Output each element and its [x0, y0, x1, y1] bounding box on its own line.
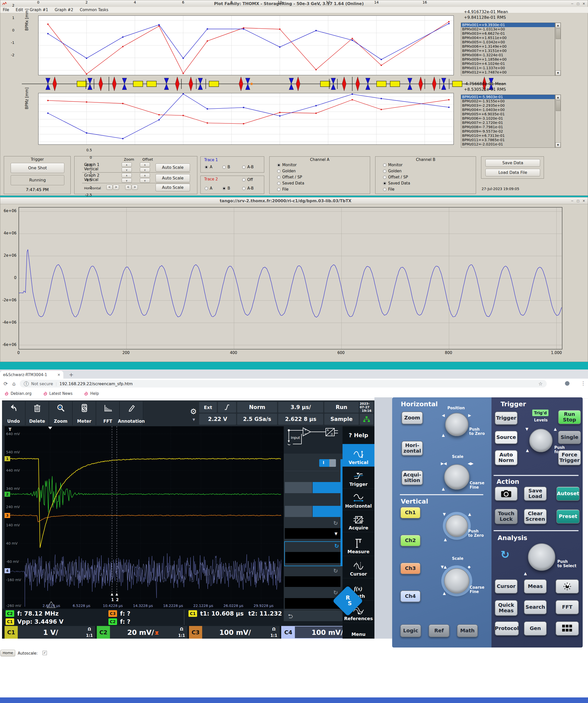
- load-data-file-button[interactable]: Load Data File: [485, 169, 540, 176]
- bpm-list-item[interactable]: BPMx012=+1.7487e+00: [461, 70, 555, 75]
- trace1-option[interactable]: A: [205, 165, 212, 169]
- toolbar-fft-button[interactable]: FFT: [96, 401, 119, 425]
- auto-norm-button[interactable]: AutoNorm: [495, 450, 518, 465]
- force-trigger-button[interactable]: ForceTrigger: [558, 450, 581, 465]
- menu-item-edit[interactable]: Edit: [16, 8, 23, 12]
- bookmark-latest-news[interactable]: Latest News: [43, 391, 73, 396]
- channel-b-radio-golden[interactable]: [383, 169, 386, 173]
- pan-right-button[interactable]: >: [113, 185, 119, 190]
- math-button[interactable]: Math: [457, 624, 478, 637]
- trigger-level-value[interactable]: 2.22 V: [199, 413, 236, 425]
- vertical-scale-item[interactable]: ↻: [284, 541, 342, 566]
- preset-button[interactable]: Preset: [556, 510, 580, 524]
- new-tab-icon[interactable]: +: [69, 372, 74, 378]
- zoom-down-button[interactable]: ∨: [121, 167, 132, 172]
- star-icon[interactable]: ☆: [538, 381, 542, 386]
- bandwidth-dropdown[interactable]: ▾: [285, 528, 340, 539]
- one-shot-button[interactable]: One Shot: [11, 163, 64, 173]
- bpm-list-item[interactable]: BPMz002=-1.9155e+00: [461, 99, 555, 103]
- trace1-radio-b[interactable]: [223, 165, 226, 169]
- sidebar-menu-button[interactable]: Menu: [342, 623, 374, 639]
- sidebar-acquire-button[interactable]: ADAcquire: [342, 511, 374, 532]
- channel-ch4-button[interactable]: Ch4: [400, 591, 421, 602]
- channel-a-option[interactable]: Saved Data: [277, 181, 304, 185]
- timebase-value[interactable]: 3.9 µs/: [278, 402, 323, 412]
- home-icon[interactable]: ⌂: [12, 381, 16, 387]
- menu-item-graph-1[interactable]: Graph #1: [30, 8, 48, 12]
- vertical-offset-knob[interactable]: [446, 515, 468, 537]
- channel-a-option[interactable]: File: [277, 187, 288, 191]
- minimize-icon[interactable]: −: [571, 199, 574, 203]
- channel-a-radio-file[interactable]: [277, 188, 280, 191]
- search-button[interactable]: Search: [524, 600, 547, 614]
- info-icon[interactable]: i: [24, 381, 29, 386]
- bpmx-scrollbar[interactable]: ▲ ▼: [555, 22, 561, 76]
- channel-b-option[interactable]: Golden: [383, 169, 402, 173]
- extension-icon[interactable]: [565, 381, 570, 386]
- bpm-list-item[interactable]: BPMx009=+1.1858e+00: [461, 57, 555, 62]
- fft-button[interactable]: FFT: [556, 600, 579, 614]
- single-button[interactable]: Single: [558, 431, 581, 444]
- autoscale-checkbox[interactable]: ✓: [43, 651, 47, 655]
- zoom-down-button[interactable]: ∨: [121, 178, 132, 183]
- save-load-button[interactable]: SaveLoad: [524, 486, 547, 501]
- trigger-mode-value[interactable]: Norm: [237, 402, 277, 412]
- display-intensity-button[interactable]: [556, 579, 579, 594]
- trace1-radio-a-b[interactable]: [242, 165, 246, 169]
- offset-value[interactable]: [285, 576, 340, 587]
- horizontal-zoom-button[interactable]: Zoom: [402, 411, 423, 424]
- bpm-list-item[interactable]: BPMz011=+3.7865e-01: [461, 138, 555, 142]
- menu-item-common-tasks[interactable]: Common Tasks: [80, 8, 108, 12]
- bookmark-debian-org[interactable]: Debian.org: [4, 391, 32, 396]
- home-button[interactable]: Home: [1, 650, 15, 656]
- minimize-icon[interactable]: −: [571, 2, 574, 6]
- reset-icon[interactable]: ↻: [334, 543, 339, 549]
- zoom-down-button[interactable]: ∨: [140, 178, 150, 183]
- run-stop-button[interactable]: RunStop: [558, 410, 581, 424]
- trace2-option[interactable]: A-B: [242, 186, 254, 190]
- channel-ch2-button[interactable]: Ch2: [400, 535, 421, 546]
- bpm-list-item[interactable]: BPMz008=-7.7981e-01: [461, 125, 555, 129]
- tab-close-icon[interactable]: ✕: [57, 373, 60, 377]
- apps-grid-button[interactable]: [556, 621, 579, 636]
- graph1-plot[interactable]: [38, 15, 454, 75]
- analysis-navigation-knob[interactable]: [528, 543, 555, 571]
- trace2-option[interactable]: A: [205, 186, 212, 190]
- trigger-source-button[interactable]: Source: [495, 431, 518, 444]
- channel-a-radio-golden[interactable]: [277, 169, 280, 173]
- bpm-list-item[interactable]: BPMx003=+6.6627e-01: [461, 31, 555, 36]
- horizontal-position-value[interactable]: 2.622 8 µs: [278, 413, 323, 425]
- reset-icon[interactable]: ↻: [333, 590, 338, 596]
- position-value[interactable]: [285, 598, 340, 609]
- horizontal-button[interactable]: Hori-zontal: [402, 441, 423, 456]
- browser-tab[interactable]: e&Schwarz-RTM3004-1 ✕: [0, 371, 63, 379]
- scroll-thumb[interactable]: [556, 100, 561, 111]
- autoset-button[interactable]: Autoset: [556, 486, 580, 501]
- channel-b-radio-offset-sp[interactable]: [383, 176, 386, 179]
- zoom-up-button[interactable]: ∧: [121, 173, 132, 178]
- bpmx-list[interactable]: BPMx001=+9.3930e-01BPMx002=-1.0313e+00BP…: [461, 22, 555, 76]
- trace1-radio-a[interactable]: [205, 165, 208, 169]
- kebab-menu-icon[interactable]: ⋮: [581, 380, 586, 386]
- pan-right-button[interactable]: >: [132, 185, 138, 190]
- acquisition-button[interactable]: Acqui-sition: [402, 470, 423, 485]
- sample-rate-value[interactable]: 2.5 GSa/s: [237, 413, 277, 425]
- toolbar-meter-button[interactable]: Meter: [73, 401, 96, 425]
- channel-a-option[interactable]: Offset / SP: [277, 175, 302, 179]
- bpm-list-item[interactable]: BPMx007=+1.3151e+00: [461, 49, 555, 53]
- bpm-list-item[interactable]: BPMz005=+6.9035e-01: [461, 112, 555, 116]
- gen-button[interactable]: Gen: [524, 621, 547, 636]
- touch-lock-button[interactable]: TouchLock: [495, 509, 518, 524]
- vertical-scale-knob[interactable]: [444, 568, 470, 594]
- menu-scrollbar[interactable]: [340, 459, 342, 566]
- state-toggle[interactable]: I: [319, 459, 336, 467]
- vertical-scale-value[interactable]: [285, 552, 340, 563]
- channel-slot-c2[interactable]: C220 mV/▼Ω1:1: [97, 626, 187, 639]
- graph2-plot[interactable]: [38, 93, 454, 145]
- scroll-down-icon[interactable]: ▼: [555, 70, 561, 76]
- close-icon[interactable]: ✕: [582, 199, 585, 203]
- channel-b-option[interactable]: Saved Data: [383, 181, 410, 185]
- channel-ch1-button[interactable]: Ch1: [400, 507, 421, 519]
- trigger-source-ext[interactable]: Ext: [199, 402, 217, 412]
- menu-item-file[interactable]: File: [3, 8, 9, 12]
